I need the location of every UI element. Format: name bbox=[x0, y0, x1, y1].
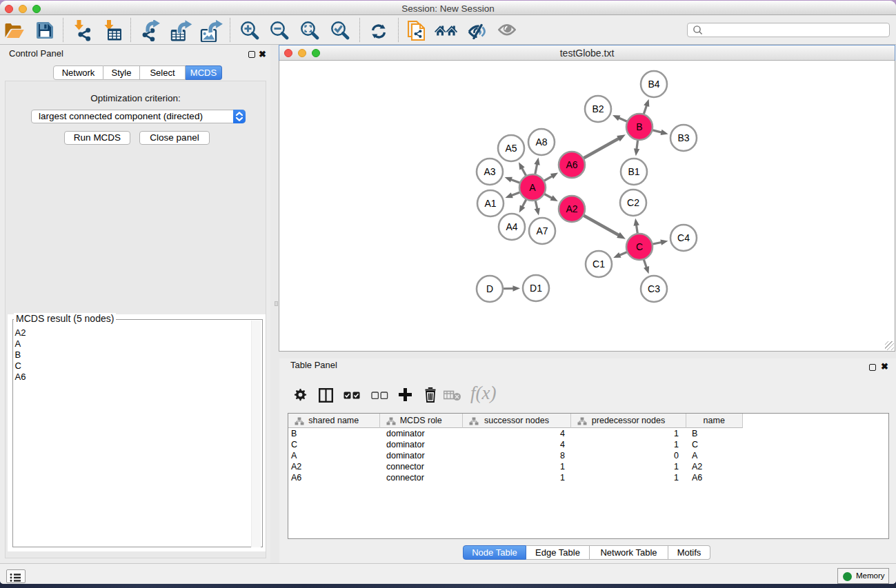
svg-text:B3: B3 bbox=[677, 132, 689, 143]
svg-text:D1: D1 bbox=[530, 283, 542, 294]
svg-text:C3: C3 bbox=[648, 283, 660, 294]
svg-text:B4: B4 bbox=[648, 79, 659, 90]
svg-text:A6: A6 bbox=[566, 159, 577, 170]
svg-text:B1: B1 bbox=[628, 166, 639, 177]
svg-text:D: D bbox=[486, 283, 493, 294]
svg-text:A8: A8 bbox=[535, 136, 547, 148]
svg-text:C: C bbox=[636, 241, 643, 252]
svg-text:B: B bbox=[636, 121, 642, 132]
svg-text:A2: A2 bbox=[566, 203, 577, 214]
svg-text:C1: C1 bbox=[593, 258, 605, 270]
svg-text:C2: C2 bbox=[627, 197, 639, 208]
svg-text:B2: B2 bbox=[592, 103, 604, 114]
svg-text:A7: A7 bbox=[536, 225, 548, 236]
svg-text:A3: A3 bbox=[484, 166, 495, 177]
svg-text:A: A bbox=[529, 182, 536, 193]
svg-text:C4: C4 bbox=[677, 232, 690, 243]
svg-text:A5: A5 bbox=[505, 143, 517, 154]
svg-text:A4: A4 bbox=[506, 221, 517, 232]
svg-text:f(x): f(x) bbox=[470, 385, 496, 403]
svg-text:A1: A1 bbox=[484, 198, 496, 209]
